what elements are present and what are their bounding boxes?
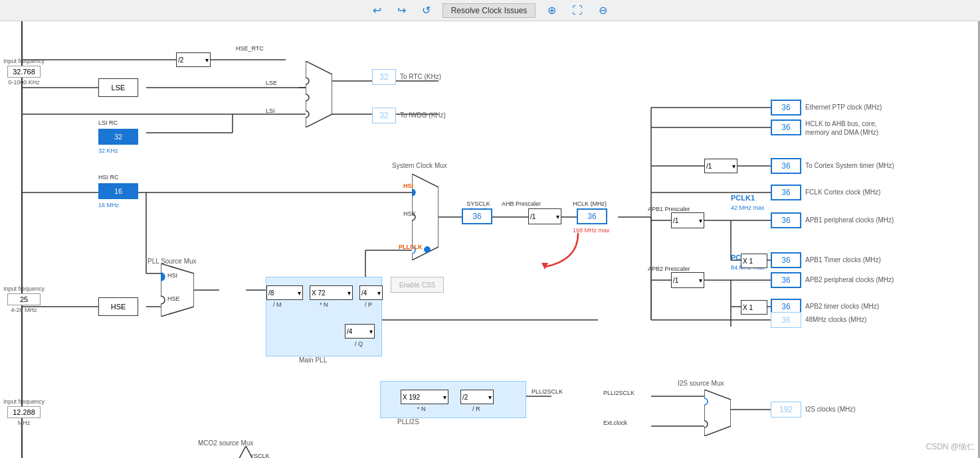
- chevron-down-icon-cortex: ▾: [732, 163, 735, 170]
- apb1-timer-val-box: 36: [771, 252, 801, 268]
- chevron-down-icon-plln: ▾: [347, 289, 351, 297]
- fclk-value: 36: [781, 188, 790, 197]
- hse-mux-label: HSE: [403, 210, 416, 217]
- pll-q-label: / Q: [355, 341, 363, 347]
- svg-point-66: [161, 273, 165, 281]
- lsi-rc-label: LSI RC: [98, 119, 118, 126]
- pll-n-value: X 72: [312, 289, 326, 297]
- main-pll-box: /8 ▾ / M X 72 ▾ * N /4 ▾ / P /4 ▾ / Q: [266, 277, 382, 356]
- undo-button[interactable]: ↩: [369, 3, 385, 18]
- hsi-mhz: 16 MHz: [98, 202, 119, 208]
- lsi-value-block: 32: [98, 129, 138, 145]
- hse-rtc-label: HSE_RTC: [236, 45, 264, 52]
- lsi-value: 32: [114, 133, 122, 141]
- i2s-source-mux-label: I2S source Mux: [678, 380, 724, 387]
- enable-css-button[interactable]: Enable CSS: [391, 277, 444, 293]
- chevron-down-icon-pllm: ▾: [298, 289, 301, 297]
- chevron-down-icon-apb2: ▾: [699, 277, 702, 284]
- pll-m-value: /8: [268, 289, 274, 297]
- ethernet-ptp-label: Ethernet PTP clock (MHz): [805, 104, 882, 111]
- hsi-value-block: 16: [98, 183, 138, 199]
- expand-button[interactable]: ⛶: [568, 3, 587, 18]
- input-freq-value-2[interactable]: 25: [7, 293, 41, 305]
- lse-label: LSE: [112, 84, 126, 92]
- refresh-button[interactable]: ↺: [418, 3, 435, 18]
- pllclk-dot: [424, 246, 431, 253]
- hclk-warning: 168 MHz max: [573, 227, 610, 234]
- hse-rtc-div-select[interactable]: /2 ▾: [176, 52, 211, 67]
- pll-q-select[interactable]: /4 ▾: [345, 324, 375, 339]
- iwdg-val-box: 32: [372, 108, 396, 123]
- chevron-down-icon-pllq: ▾: [369, 328, 373, 335]
- i2s-clk-value: 192: [779, 405, 793, 414]
- 48mhz-val-box: 36: [771, 312, 801, 328]
- apb2-timer-label: APB2 timer clocks (MHz): [805, 303, 879, 310]
- pll-hsi-label: HSI: [167, 272, 177, 279]
- apb1-timer-mult-value: X 1: [743, 258, 753, 265]
- ahb-div-select[interactable]: /1 ▾: [528, 208, 561, 224]
- cortex-timer-val-box: 36: [771, 158, 801, 174]
- ext-clock-label: Ext.clock: [603, 420, 627, 426]
- rtc-output-label: To RTC (KHz): [400, 73, 441, 80]
- svg-point-62: [412, 189, 415, 196]
- pll-n-select[interactable]: X 72 ▾: [310, 285, 353, 300]
- apb2-div-select[interactable]: /1 ▾: [671, 272, 704, 288]
- input-freq-value-3[interactable]: 12.288: [7, 406, 41, 418]
- pll-hse-label: HSE: [167, 295, 180, 302]
- input-freq-label-3: Input frequency: [3, 398, 45, 405]
- sysclk-value: 36: [472, 212, 481, 221]
- apb1-div-value: /1: [673, 217, 678, 224]
- pclk1-max: 42 MHz max: [731, 204, 765, 211]
- system-clock-mux-label: System Clock Mux: [392, 162, 447, 169]
- redo-button[interactable]: ↪: [393, 3, 410, 18]
- cortex-timer-div-value: /1: [706, 163, 712, 170]
- apb2-div-value: /1: [673, 277, 678, 284]
- i2s-clk-val-box: 192: [771, 402, 801, 418]
- toolbar: ↩ ↪ ↺ Resolve Clock Issues ⊕ ⛶ ⊖: [0, 0, 980, 21]
- hclk-ahb-label: HCLK to AHB bus, core,memory and DMA (MH…: [805, 119, 878, 137]
- pll-p-value: /4: [361, 289, 367, 297]
- i2s-source-mux: [704, 390, 731, 436]
- enable-css-label: Enable CSS: [399, 281, 435, 289]
- chevron-down-icon-apb1: ▾: [699, 217, 702, 224]
- zoom-out-button[interactable]: ⊖: [595, 3, 611, 18]
- iwdg-value: 32: [379, 111, 388, 120]
- plli2sclk2-label: PLLI2SCLK: [603, 390, 635, 396]
- input-freq-group-1: Input frequency 32.768 0-1000 KHz: [3, 58, 45, 86]
- plli2s-n-select[interactable]: X 192 ▾: [401, 390, 448, 404]
- fclk-label: FCLK Cortex clock (MHz): [805, 189, 880, 196]
- resolve-clock-issues-button[interactable]: Resolve Clock Issues: [442, 3, 536, 18]
- apb2-timer-mult[interactable]: X 1: [741, 300, 767, 315]
- rtc-val-box: 32: [372, 69, 396, 85]
- svg-point-67: [161, 296, 165, 304]
- chevron-down-icon-ahb: ▾: [556, 213, 559, 220]
- pll-p-select[interactable]: /4 ▾: [359, 285, 383, 300]
- fclk-val-box: 36: [771, 185, 801, 200]
- hse-rtc-div-value: /2: [178, 56, 183, 64]
- cortex-timer-label: To Cortex System timer (MHz): [805, 162, 894, 169]
- apb1-div-select[interactable]: /1 ▾: [671, 212, 704, 228]
- apb1-periph-val-box: 36: [771, 212, 801, 228]
- pclk1-label: PCLK1: [731, 194, 755, 202]
- pllclk-mux-label: PLLCLK: [399, 244, 423, 250]
- hclk-ahb-val-box: 36: [771, 119, 801, 135]
- plli2s-r-label: / R: [472, 406, 480, 412]
- pll-source-mux: [161, 264, 194, 317]
- zoom-in-button[interactable]: ⊕: [543, 3, 560, 18]
- input-freq-value-1[interactable]: 32.768: [7, 66, 41, 78]
- apb1-prescaler-label: APB1 Prescaler: [648, 206, 690, 212]
- rtc-mux: [306, 61, 332, 127]
- lsi-khz: 32 KHz: [98, 147, 118, 154]
- input-freq-range-2: 4-26 MHz: [11, 307, 37, 313]
- plli2s-r-select[interactable]: /2 ▾: [460, 390, 494, 404]
- ahb-prescaler-label: AHB Prescaler: [502, 200, 541, 207]
- apb2-periph-label: APB2 peripheral clocks (MHz): [805, 276, 894, 283]
- pll-m-select[interactable]: /8 ▾: [266, 285, 303, 300]
- iwdg-output-label: To IWDG (KHz): [400, 112, 446, 119]
- svg-point-59: [306, 94, 309, 101]
- plli2sclk-label: PLLI2SCLK: [532, 388, 563, 395]
- input-freq-label-2: Input frequency: [3, 285, 45, 292]
- ahb-div-value: /1: [530, 213, 536, 220]
- cortex-timer-div[interactable]: /1 ▾: [704, 159, 737, 173]
- apb1-timer-mult[interactable]: X 1: [741, 254, 767, 268]
